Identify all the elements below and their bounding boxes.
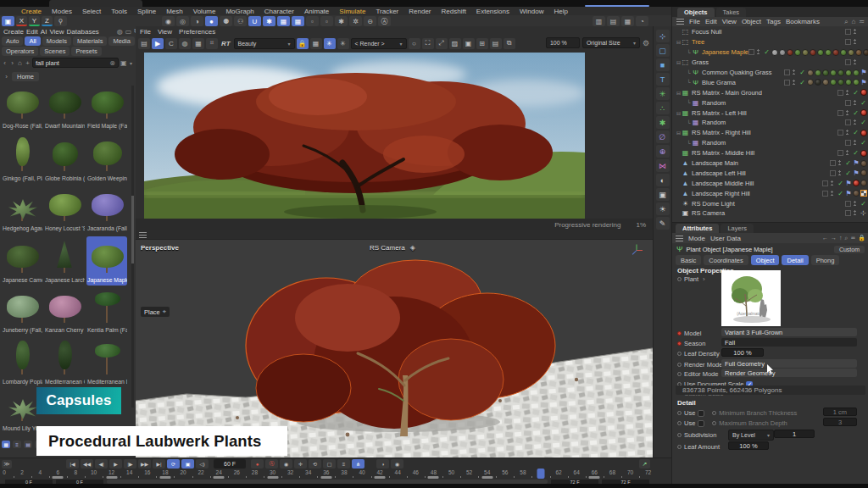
lock-icon[interactable]: 🔒 <box>297 38 309 49</box>
home-icon[interactable]: ⌂ <box>17 59 23 67</box>
enabled-check-icon[interactable]: ✓ <box>844 169 852 177</box>
material-tag[interactable] <box>817 49 824 56</box>
object-row-rs-matrix-middle-hill[interactable]: ▦RS Matrix - Middle Hill✓ <box>672 148 868 158</box>
document-tab[interactable] <box>49 0 142 7</box>
layer-toggle[interactable] <box>784 80 790 86</box>
menu-tools[interactable]: Tools <box>107 8 131 15</box>
phong-tag-icon[interactable]: ⚑ <box>845 190 852 197</box>
playhead[interactable] <box>537 469 545 479</box>
record-button[interactable]: ● <box>251 459 264 469</box>
deformer-icon[interactable]: ⊕ <box>656 145 670 158</box>
remove-icon[interactable]: ⊖ <box>364 16 376 26</box>
loop-button[interactable]: ⟳ <box>167 459 180 469</box>
asset-globe[interactable]: Globe Robinia (Fall, Pl... <box>44 135 85 184</box>
material-tag[interactable] <box>810 49 816 56</box>
om-home-icon[interactable]: ⌂ <box>851 18 855 26</box>
cube-primitive-icon[interactable]: ■ <box>656 58 670 71</box>
selected-tag[interactable] <box>860 190 867 197</box>
layer-toggle[interactable] <box>837 150 843 156</box>
object-row-landscape-right-hill[interactable]: ▲Landscape Right Hill✓⚑ <box>672 188 868 198</box>
object-row-landscape-main[interactable]: ▲Landscape Main✓⚑ <box>672 158 868 169</box>
menu-spline[interactable]: Spline <box>133 8 160 15</box>
ab-tab-auto[interactable]: Auto <box>2 36 23 46</box>
viewport-view-label[interactable]: Perspective <box>141 244 179 252</box>
layer-toggle[interactable] <box>845 39 851 45</box>
pv-icon[interactable]: ▤ <box>490 38 502 49</box>
asset-japanese[interactable]: Japanese Maple (Fall, ... <box>86 236 127 286</box>
expander-icon[interactable]: ⊟ <box>676 130 682 136</box>
list-view-icon[interactable]: ≡ <box>13 441 21 448</box>
grid-b-icon[interactable]: ▦ <box>292 16 304 26</box>
move-tool-icon[interactable]: ⊹ <box>656 30 670 42</box>
model-dropdown[interactable]: Variant 3 Full-Grown <box>721 328 857 336</box>
om-filter-icon[interactable]: ≂ <box>859 18 865 26</box>
rv-menu-file[interactable]: File <box>140 28 151 36</box>
filter-icon[interactable]: ▣ <box>120 59 126 67</box>
subdivision-surface-icon[interactable]: ✳ <box>656 87 670 100</box>
environment-icon[interactable]: ◐ <box>656 174 670 186</box>
mode-hamburger-icon[interactable] <box>676 236 683 241</box>
record-position-button[interactable]: ✛ <box>294 459 307 469</box>
asset-hedgehog[interactable]: Hedgehog Agave (Fall... <box>2 185 42 234</box>
timeline-expand-icon[interactable]: ≫ <box>2 460 12 469</box>
ab-tab-presets[interactable]: Presets <box>71 47 101 56</box>
object-row-common-quaking-grass[interactable]: └ΨCommon Quaking Grass✓⚑ <box>672 68 868 78</box>
menu-mograph[interactable]: MoGraph <box>221 8 258 15</box>
asset-mediterranean[interactable]: Mediterranean Dwarf ... <box>86 338 127 387</box>
focus-icon[interactable]: ⛶ <box>422 38 434 49</box>
subdivision-mode-dropdown[interactable]: By Level▾ <box>728 430 774 441</box>
object-row-focus-null[interactable]: ⬚Focus Null <box>672 27 868 37</box>
search-icon[interactable]: ⌕ <box>844 235 848 241</box>
light-tool-icon[interactable]: ☀ <box>656 202 670 215</box>
viewport-panel[interactable]: Perspective RS Camera ◈ Place ⌖ <box>136 230 653 458</box>
phong-tag-icon[interactable]: ⚑ <box>860 69 867 76</box>
nav-up-icon[interactable]: ↑ <box>839 235 843 241</box>
visibility-dots[interactable] <box>854 140 856 146</box>
attr-chip-coordinates[interactable]: Coordinates <box>704 255 748 265</box>
menu-select[interactable]: Select <box>78 8 105 15</box>
asset-golden[interactable]: Golden Weeping Willo... <box>86 135 127 184</box>
grid-dim-icon[interactable]: ▫ <box>306 16 319 26</box>
window-icon[interactable]: ▭ <box>125 28 132 36</box>
gear-icon[interactable]: ⚙ <box>643 39 649 47</box>
enabled-check-icon[interactable]: ✓ <box>860 99 867 107</box>
hamburger-icon[interactable] <box>139 232 147 238</box>
max-branch-field[interactable]: 3 <box>823 418 857 426</box>
material-tag[interactable] <box>855 49 862 56</box>
ab-menu-ai[interactable]: AI <box>41 28 47 36</box>
record-scale-button[interactable]: ▢ <box>323 459 336 469</box>
layer-toggle[interactable] <box>822 191 828 197</box>
object-row-random[interactable]: └▦Random✓ <box>672 138 868 148</box>
team-render-button[interactable]: ◔ <box>636 16 648 26</box>
material-tag[interactable] <box>807 69 814 76</box>
enabled-check-icon[interactable]: ✓ <box>852 149 860 157</box>
nav-forward-icon[interactable]: → <box>831 235 837 241</box>
layer-toggle[interactable] <box>784 69 790 75</box>
redshift-material-tag[interactable] <box>860 89 867 96</box>
attr-chip-phong[interactable]: Phong <box>811 255 840 265</box>
filter-icon[interactable]: ≂ <box>850 235 855 241</box>
ab-menu-databases[interactable]: Databases <box>67 28 99 36</box>
layer-toggle[interactable] <box>837 130 843 136</box>
menu-create[interactable]: Create <box>17 8 46 15</box>
visibility-dots[interactable] <box>854 201 856 207</box>
image-icon[interactable]: ▣ <box>463 38 475 49</box>
enabled-check-icon[interactable]: ✓ <box>852 89 860 97</box>
refresh-icon[interactable]: C <box>165 38 177 49</box>
material-tag[interactable] <box>837 69 844 76</box>
object-row-rs-matrix-left-hill[interactable]: ⊟▦RS Matrix - Left Hill✓ <box>672 108 868 118</box>
camera-tool-icon[interactable]: ▣ <box>656 188 670 201</box>
material-tag[interactable] <box>787 49 793 56</box>
add-icon[interactable]: + <box>25 59 31 67</box>
place-tool-hud[interactable]: Place ⌖ <box>141 307 170 317</box>
asset-dwarf[interactable]: Dwarf Mountain Pine (... <box>44 82 85 131</box>
object-row-rs-matrix-main-ground[interactable]: ⊟▦RS Matrix - Main Ground✓ <box>672 87 868 97</box>
om-menu-edit[interactable]: Edit <box>705 18 717 25</box>
ab-tab-operators[interactable]: Operators <box>2 47 38 56</box>
render-picture-viewer-button[interactable]: ▤ <box>607 16 620 26</box>
autokey-button[interactable]: Ⓐ <box>265 459 278 469</box>
enabled-check-icon[interactable]: ✓ <box>852 129 860 136</box>
plant-preview-image[interactable]: (Acer palmatum) <box>721 270 781 326</box>
menu-window[interactable]: Window <box>515 8 548 15</box>
material-tag[interactable] <box>807 79 814 86</box>
